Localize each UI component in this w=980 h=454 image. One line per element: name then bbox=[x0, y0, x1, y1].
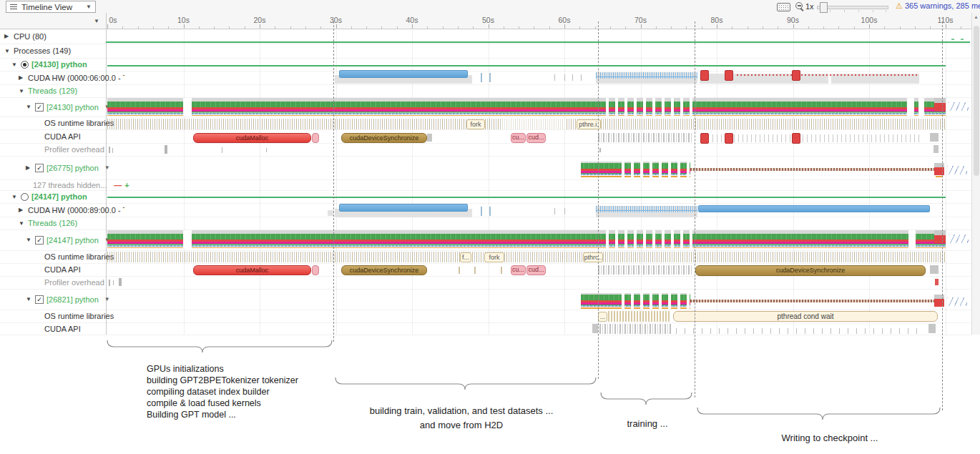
scroll-up-arrow-icon[interactable]: ▲ bbox=[974, 14, 979, 19]
cuda-hw-memory-block[interactable] bbox=[328, 210, 333, 216]
cuda-api-sparse-calls[interactable] bbox=[708, 134, 919, 142]
tree-row-profiler-overhead[interactable]: Profiler overhead bbox=[0, 143, 150, 156]
os-runtime-barcode[interactable] bbox=[608, 311, 671, 322]
cuda-api-gray-bar[interactable] bbox=[930, 265, 939, 274]
cuda-api-gray-bar[interactable] bbox=[930, 133, 939, 142]
vertical-scrollbar[interactable]: ▲ bbox=[971, 13, 980, 335]
tree-row-cuda-hw-0000-06-00-0-tesl[interactable]: ▶CUDA HW (0000:06:00.0 - Tesl bbox=[0, 71, 124, 84]
expand-arrow-icon[interactable]: ▶ bbox=[26, 164, 32, 171]
cuda-hw-red-marker[interactable] bbox=[792, 70, 800, 81]
time-ruler[interactable]: 0s10s20s30s40s50s60s70s80s90s100s110s bbox=[106, 13, 971, 29]
keyboard-shortcuts-icon[interactable] bbox=[777, 3, 790, 11]
hide-threads-button[interactable]: — bbox=[114, 181, 122, 189]
cuda-api-dense-calls[interactable] bbox=[599, 324, 671, 334]
tree-panel-header[interactable]: ▼ bbox=[0, 13, 106, 29]
cuda-api-cu-bar[interactable]: cu... bbox=[511, 265, 526, 275]
thread-visibility-checkbox[interactable]: ✓ bbox=[35, 164, 44, 172]
cuda-hw-red-marker[interactable] bbox=[725, 70, 733, 81]
focus-radio-selected[interactable] bbox=[21, 61, 29, 69]
cuda-api-gray-bar[interactable] bbox=[928, 324, 936, 333]
cuda-api-red-call[interactable] bbox=[725, 133, 733, 144]
tree-row-cuda-api[interactable]: CUDA API bbox=[0, 129, 150, 143]
thread-26775-wait-line[interactable] bbox=[690, 168, 934, 171]
thread-visibility-checkbox[interactable]: ✓ bbox=[35, 236, 44, 245]
os-runtime-pthread-bar[interactable]: pthre.i. bbox=[577, 119, 601, 129]
os-runtime-dots-bar[interactable]: ... bbox=[598, 312, 607, 322]
warnings-link[interactable]: 365 warnings, 285 messages bbox=[905, 1, 980, 10]
os-runtime-f-bar[interactable]: f... bbox=[460, 252, 471, 262]
os-runtime-barcode[interactable] bbox=[107, 252, 946, 262]
thread-24130-activity-band[interactable] bbox=[107, 98, 946, 116]
thread-visibility-checkbox[interactable]: ✓ bbox=[35, 295, 44, 304]
zoom-slider-track[interactable] bbox=[817, 6, 888, 9]
cuda-api-red-call[interactable] bbox=[792, 133, 800, 144]
zoom-slider-thumb[interactable] bbox=[820, 2, 828, 13]
row-options-dropdown-icon[interactable]: ▼ bbox=[104, 164, 110, 171]
cuda-api-long-devicesync-bar[interactable]: cudaDeviceSynchronize bbox=[695, 265, 926, 276]
cuda-api-cu-bar[interactable]: cu... bbox=[511, 133, 526, 143]
cuda-api-gray-bar[interactable] bbox=[427, 134, 432, 142]
thread-26821-wait-line[interactable] bbox=[690, 300, 934, 302]
tree-row-cpu-80[interactable]: ▶CPU (80) bbox=[0, 29, 110, 44]
show-threads-button[interactable]: + bbox=[124, 181, 129, 189]
expand-arrow-icon[interactable]: ▶ bbox=[4, 33, 11, 39]
os-runtime-pthread-bar[interactable]: pthrc.. bbox=[583, 252, 603, 262]
process-24130-utilization-line[interactable] bbox=[107, 65, 946, 66]
thread-visibility-checkbox[interactable]: ✓ bbox=[35, 103, 44, 112]
os-runtime-fork-bar[interactable]: fork bbox=[484, 252, 504, 262]
cuda-api-cud-bar[interactable]: cud... bbox=[526, 265, 546, 275]
cuda-api-red-call[interactable] bbox=[700, 133, 709, 144]
cuda-hw-kernel-bar[interactable] bbox=[339, 70, 468, 78]
tree-row-processes-149[interactable]: ▼Processes (149) bbox=[0, 44, 110, 58]
tree-row-threads-129[interactable]: ▼Threads (129) bbox=[0, 84, 124, 97]
process-24147-utilization-line[interactable] bbox=[107, 197, 946, 198]
cuda-hw-red-marker[interactable] bbox=[700, 70, 709, 81]
focus-radio-unselected[interactable] bbox=[21, 193, 29, 201]
os-runtime-pthread-cond-wait-bar[interactable]: pthread cond wait bbox=[673, 311, 938, 322]
cuda-api-cudamalloc-bar[interactable]: cudaMalloc bbox=[193, 133, 311, 143]
collapse-arrow-icon[interactable]: ▼ bbox=[19, 220, 25, 227]
expand-arrow-icon[interactable]: ▶ bbox=[19, 207, 25, 213]
scrollbar-thumb[interactable] bbox=[974, 26, 979, 176]
collapse-arrow-icon[interactable]: ▼ bbox=[19, 88, 25, 94]
tree-row-127-threads-hidden[interactable]: 127 threads hidden...—+ bbox=[0, 179, 139, 190]
collapse-arrow-icon[interactable]: ▼ bbox=[26, 104, 32, 110]
cuda-api-dense-calls[interactable] bbox=[598, 265, 692, 275]
cpu-utilization-line[interactable] bbox=[106, 41, 970, 43]
cuda-api-small-bar[interactable] bbox=[312, 265, 319, 275]
collapse-arrow-icon[interactable]: ▼ bbox=[26, 237, 32, 243]
os-runtime-fork-bar[interactable]: fork bbox=[466, 119, 485, 129]
collapse-arrow-icon[interactable]: ▼ bbox=[11, 61, 18, 68]
tree-row-threads-126[interactable]: ▼Threads (126) bbox=[0, 217, 124, 230]
zoom-out-icon[interactable] bbox=[795, 2, 803, 9]
collapse-arrow-icon[interactable]: ▼ bbox=[26, 296, 32, 302]
thread-24147-activity-band[interactable] bbox=[107, 230, 946, 248]
timeline-view-dropdown[interactable]: Timeline View ▼ bbox=[6, 1, 96, 13]
cuda-api-small-bar[interactable] bbox=[312, 133, 319, 143]
cuda-api-dense-calls[interactable] bbox=[598, 133, 692, 142]
cuda-api-devicesync-bar[interactable]: cudaDeviceSynchronize bbox=[341, 133, 427, 143]
chevron-down-icon[interactable]: ▼ bbox=[94, 18, 99, 24]
cuda-api-cud-bar[interactable]: cud... bbox=[526, 133, 546, 143]
tree-row-24147-python[interactable]: ▼[24147] python bbox=[0, 190, 117, 203]
cuda-hw-long-kernel-bar[interactable] bbox=[698, 205, 930, 212]
tree-row-26775-python[interactable]: ▶✓[26775] python▼ bbox=[0, 156, 132, 179]
slider-tick bbox=[858, 10, 859, 12]
tree-row-os-runtime-libraries[interactable]: OS runtime libraries bbox=[0, 310, 150, 322]
cuda-hw-kernel-bar[interactable] bbox=[339, 204, 468, 212]
ruler-tick bbox=[473, 26, 474, 29]
cuda-api-cudamalloc-bar[interactable]: cudaMalloc bbox=[193, 265, 311, 275]
tree-row-24130-python[interactable]: ▼[24130] python bbox=[0, 58, 117, 71]
tree-row-cuda-api[interactable]: CUDA API bbox=[0, 263, 150, 276]
cuda-api-gray-bar[interactable] bbox=[592, 324, 598, 333]
tree-row-cuda-hw-0000-89-00-0-tesl[interactable]: ▶CUDA HW (0000:89:00.0 - Tesl bbox=[0, 203, 124, 217]
collapse-arrow-icon[interactable]: ▼ bbox=[11, 194, 18, 200]
tree-row-26821-python[interactable]: ▼✓[26821] python▼ bbox=[0, 289, 132, 310]
expand-arrow-icon[interactable]: ▶ bbox=[19, 74, 25, 81]
tree-row-profiler-overhead[interactable]: Profiler overhead bbox=[0, 276, 150, 289]
cuda-api-devicesync-bar[interactable]: cudaDeviceSynchronize bbox=[341, 265, 427, 275]
collapse-arrow-icon[interactable]: ▼ bbox=[4, 48, 11, 54]
tree-row-cuda-api[interactable]: CUDA API bbox=[0, 322, 150, 335]
cuda-api-sparse-calls[interactable] bbox=[676, 328, 919, 334]
row-options-dropdown-icon[interactable]: ▼ bbox=[104, 296, 110, 302]
